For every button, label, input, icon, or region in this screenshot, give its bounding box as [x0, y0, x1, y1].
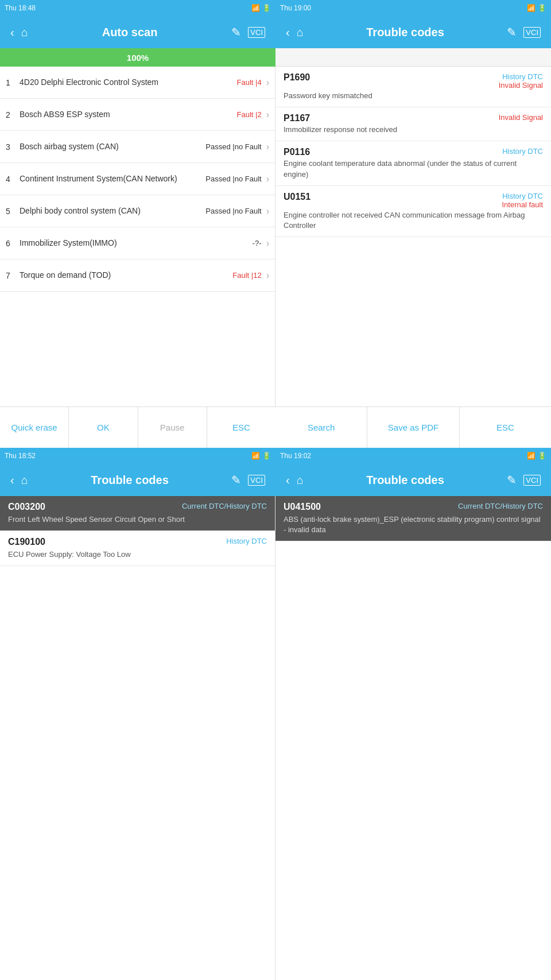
status-bar-right: Thu 19:00 📶 🔋: [276, 0, 551, 16]
back-icon-right[interactable]: ‹: [286, 26, 290, 39]
back-icon-left[interactable]: ‹: [10, 26, 14, 39]
toolbar-left-s1: Quick erase OK Pause ESC: [0, 406, 276, 448]
edit-icon-left-s2[interactable]: ✎: [231, 473, 241, 487]
battery-icon-r: 🔋: [538, 4, 546, 12]
dtc-c003200[interactable]: C003200 Current DTC/History DTC Front Le…: [0, 496, 275, 531]
scan-item-4[interactable]: 4 Continent Instrument System(CAN Networ…: [0, 163, 275, 195]
vci-icon-left[interactable]: VCI: [248, 27, 265, 38]
chevron-icon-6: ›: [266, 238, 269, 249]
chevron-icon-3: ›: [266, 142, 269, 152]
edit-icon-right[interactable]: ✎: [507, 25, 517, 39]
scan-item-1[interactable]: 1 4D20 Delphi Electronic Control System …: [0, 67, 275, 99]
home-icon-right[interactable]: ⌂: [297, 26, 304, 39]
scan-item-2[interactable]: 2 Bosch ABS9 ESP system Fault |2 ›: [0, 99, 275, 131]
trouble-codes-panel: P1690 History DTC Invalid Signal Passwor…: [276, 67, 551, 406]
screen2: Thu 18:52 📶 🔋 Thu 19:02 📶 🔋 ‹ ⌂ Trouble …: [0, 448, 551, 980]
nav-bar-left: ‹ ⌂ Auto scan ✎ VCI: [0, 16, 276, 48]
chevron-icon-4: ›: [266, 174, 269, 184]
status-bar-right-s2: Thu 19:02 📶 🔋: [276, 448, 551, 464]
nav-bar-right-s2: ‹ ⌂ Trouble codes ✎ VCI: [276, 464, 551, 496]
nav-title-right: Trouble codes: [307, 26, 504, 39]
chevron-icon-1: ›: [266, 78, 269, 88]
time-left: Thu 18:48: [5, 4, 36, 12]
home-icon-right-s2[interactable]: ⌂: [297, 474, 304, 487]
progress-bar: 100%: [0, 48, 276, 67]
scan-item-5[interactable]: 5 Delphi body control system (CAN) Passe…: [0, 195, 275, 227]
esc-button-s1r[interactable]: ESC: [460, 407, 551, 448]
dtc-item-u0151[interactable]: U0151 History DTC Internal fault Engine …: [276, 186, 551, 237]
vci-icon-right[interactable]: VCI: [523, 27, 541, 38]
nav-title-left: Auto scan: [32, 26, 228, 39]
progress-label: 100%: [127, 53, 149, 63]
signal-icon-r: 📶: [527, 4, 536, 12]
battery-icon-s2r: 🔋: [538, 452, 546, 460]
dtc-c190100[interactable]: C190100 History DTC ECU Power Supply: Vo…: [0, 531, 275, 566]
time-right: Thu 19:00: [280, 4, 311, 12]
scan-item-7[interactable]: 7 Torque on demand (TOD) Fault |12 ›: [0, 259, 275, 292]
time-right-s2: Thu 19:02: [280, 452, 311, 460]
toolbar-right-s1: Search Save as PDF ESC: [276, 406, 551, 448]
chevron-icon-5: ›: [266, 206, 269, 216]
scan-item-6[interactable]: 6 Immobilizer System(IMMO) -?- ›: [0, 227, 275, 259]
signal-icon-s2r: 📶: [527, 452, 536, 460]
nav-title-right-s2: Trouble codes: [307, 474, 504, 487]
dtc-item-p1690[interactable]: P1690 History DTC Invalid Signal Passwor…: [276, 67, 551, 107]
edit-icon-right-s2[interactable]: ✎: [507, 473, 517, 487]
battery-icon: 🔋: [262, 4, 271, 12]
screen1: Thu 18:48 📶 🔋 Thu 19:00 📶 🔋 ‹ ⌂ Auto sca…: [0, 0, 551, 448]
quick-erase-button[interactable]: Quick erase: [0, 407, 69, 448]
search-button-s1r[interactable]: Search: [276, 407, 367, 448]
dtc-item-p1167[interactable]: P1167 Invalid Signal Immobilizer respons…: [276, 107, 551, 141]
time-left-s2: Thu 18:52: [5, 452, 36, 460]
home-icon-left-s2[interactable]: ⌂: [21, 474, 28, 487]
scan-item-3[interactable]: 3 Bosch airbag system (CAN) Passed |no F…: [0, 131, 275, 163]
ok-button[interactable]: OK: [69, 407, 138, 448]
signal-icon-s2l: 📶: [251, 452, 260, 460]
nav-title-left-s2: Trouble codes: [32, 474, 228, 487]
edit-icon-left[interactable]: ✎: [231, 25, 241, 39]
dtc-item-p0116[interactable]: P0116 History DTC Engine coolant tempera…: [276, 141, 551, 185]
nav-bar-left-s2: ‹ ⌂ Trouble codes ✎ VCI: [0, 464, 276, 496]
home-icon-left[interactable]: ⌂: [21, 26, 28, 39]
back-icon-left-s2[interactable]: ‹: [10, 474, 14, 487]
back-icon-right-s2[interactable]: ‹: [286, 474, 290, 487]
signal-icon: 📶: [251, 4, 260, 12]
chevron-icon-7: ›: [266, 270, 269, 281]
s2-left-panel: C003200 Current DTC/History DTC Front Le…: [0, 496, 276, 681]
dtc-u041500[interactable]: U041500 Current DTC/History DTC ABS (ant…: [276, 496, 551, 541]
battery-icon-s2l: 🔋: [262, 452, 271, 460]
save-pdf-button-s1r[interactable]: Save as PDF: [367, 407, 459, 448]
chevron-icon-2: ›: [266, 110, 269, 120]
vci-icon-right-s2[interactable]: VCI: [523, 475, 541, 486]
scan-list: 1 4D20 Delphi Electronic Control System …: [0, 67, 276, 406]
status-bar-left: Thu 18:48 📶 🔋: [0, 0, 276, 16]
vci-icon-left-s2[interactable]: VCI: [248, 475, 265, 486]
status-bar-left-s2: Thu 18:52 📶 🔋: [0, 448, 276, 464]
esc-button-left[interactable]: ESC: [207, 407, 276, 448]
pause-button[interactable]: Pause: [138, 407, 207, 448]
nav-bar-right: ‹ ⌂ Trouble codes ✎ VCI: [276, 16, 551, 48]
s2-right-panel: U041500 Current DTC/History DTC ABS (ant…: [276, 496, 551, 681]
